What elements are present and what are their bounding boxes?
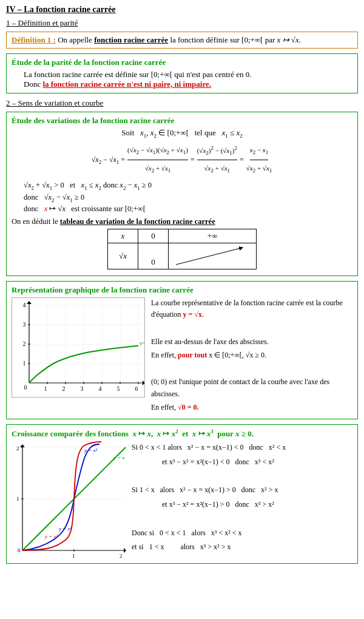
graph-svg: 1 2 3 4 5 6 1 2 3 4 0 y=√x	[12, 297, 145, 397]
svg-line-1	[176, 248, 243, 265]
section2-title: 2 – Sens de variation et courbe	[6, 98, 358, 108]
svg-text:2: 2	[62, 385, 66, 392]
variation-equation: √x2 − √x1 = (√x2 − √x1)(√x2 + √x1) √x2 +…	[12, 143, 352, 178]
svg-text:1: 1	[16, 496, 19, 502]
svg-text:1: 1	[23, 360, 26, 367]
parity-box: Étude de la parité de la fonction racine…	[6, 53, 358, 93]
svg-marker-39	[124, 548, 126, 553]
compare-title: Croissance comparée des fonctions x ↦ x,…	[12, 428, 352, 439]
svg-text:1: 1	[72, 553, 75, 559]
variation-donc1: donc √x2 − √x1 ≥ 0	[24, 193, 352, 203]
def-by: par	[265, 35, 277, 44]
svg-marker-5	[27, 301, 32, 304]
def-text-before: On appelle	[58, 35, 94, 44]
compare-inner: 0 1 2 1 2 y = x y = x² y = x³ y = x² Si …	[12, 441, 352, 560]
svg-text:2: 2	[120, 553, 123, 559]
svg-text:1: 1	[44, 385, 47, 392]
svg-text:2: 2	[16, 445, 19, 452]
svg-text:4: 4	[99, 385, 102, 392]
def-label: Définition 1 :	[12, 35, 56, 44]
variation-table: x 0 +∞ √x 0	[107, 229, 257, 269]
variation-intro: On en déduit le tableau de variation de …	[12, 217, 352, 226]
variation-donc2: donc x ↦ √x est croissante sur [0;+∞[	[24, 204, 352, 214]
svg-text:3: 3	[81, 385, 84, 392]
compare-box: Croissance comparée des fonctions x ↦ x,…	[6, 424, 358, 564]
svg-text:y=√x: y=√x	[140, 340, 145, 346]
svg-marker-40	[20, 444, 25, 447]
graph-title: Représentation graphique de la fonction …	[12, 285, 352, 295]
graph-section: 1 2 3 4 5 6 1 2 3 4 0 y=√x La courbe rep…	[12, 297, 352, 415]
definition-box: Définition 1 : On appelle fonction racin…	[6, 32, 358, 49]
parity-line2: Donc la fonction racine carrée n'est ni …	[12, 79, 352, 89]
svg-text:y = x²: y = x²	[58, 526, 72, 532]
svg-text:5: 5	[117, 385, 120, 392]
svg-text:4: 4	[23, 302, 26, 308]
svg-text:0: 0	[24, 384, 27, 391]
svg-text:y = x²: y = x²	[84, 447, 98, 453]
def-mapping: x ↦ √x.	[277, 35, 301, 44]
variation-title: Étude des variations de la fonction raci…	[12, 116, 352, 126]
def-text-after: la fonction définie sur	[170, 35, 241, 44]
graph-description: La courbe représentative de la fonction …	[151, 297, 352, 415]
svg-text:3: 3	[23, 321, 26, 328]
svg-text:0: 0	[18, 547, 21, 553]
svg-text:y = x: y = x	[113, 455, 125, 461]
def-keyword: fonction racine carrée	[94, 35, 168, 44]
svg-text:6: 6	[135, 385, 138, 392]
variation-box: Étude des variations de la fonction raci…	[6, 112, 358, 276]
svg-text:y = x³: y = x³	[44, 533, 58, 540]
svg-marker-4	[143, 381, 145, 385]
variation-line1: Soit x1, x2 ∈ [0;+∞[ tel que x1 ≤ x2	[12, 128, 352, 139]
parity-conclusion: la fonction racine carrée n'est ni paire…	[42, 79, 211, 89]
parity-line1: La fonction racine carrée est définie su…	[12, 70, 352, 79]
variation-cond: √x2 + √x1 > 0 et x1 ≤ x2 donc x2 − x1 ≥ …	[24, 181, 352, 191]
graph-box: Représentation graphique de la fonction …	[6, 281, 358, 419]
compare-text: Si 0 < x < 1 alors x² − x = x(x−1) < 0 d…	[132, 441, 352, 555]
def-domain: [0;+∞[	[241, 35, 263, 44]
parity-title: Étude de la parité de la fonction racine…	[12, 58, 352, 67]
svg-text:2: 2	[23, 340, 26, 347]
section1-title: 1 – Définition et parité	[6, 18, 358, 28]
page-title: IV – La fonction racine carrée	[6, 5, 358, 15]
compare-graph: 0 1 2 1 2 y = x y = x² y = x³ y = x²	[12, 441, 127, 560]
